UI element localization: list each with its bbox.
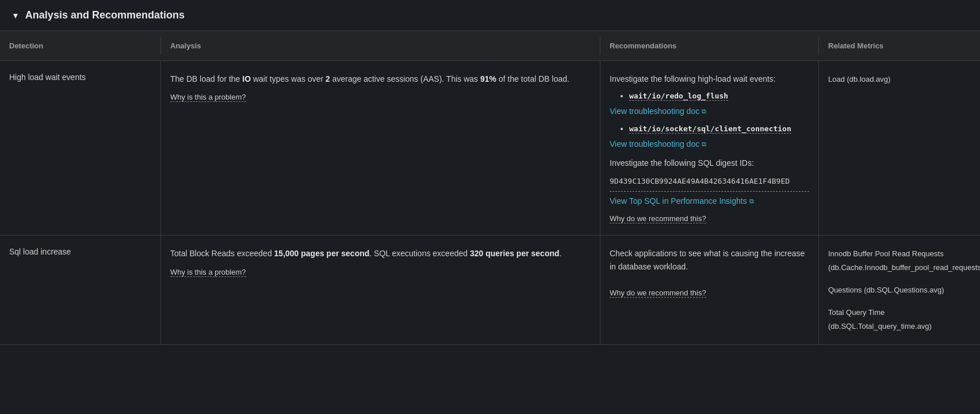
recommendations-cell-2: Check applications to see what is causin… <box>600 236 819 344</box>
external-icon-1: ⧉ <box>702 108 706 115</box>
table-row-2: Sql load increase Total Block Reads exce… <box>0 236 980 345</box>
analysis-table: Detection Analysis Recommendations Relat… <box>0 31 980 345</box>
related-metrics-cell-1: Load (db.load.avg) <box>819 61 980 235</box>
related-metrics-text-2a: Innodb Buffer Pool Read Requests (db.Cac… <box>828 247 971 274</box>
investigate-sql-text: Investigate the following SQL digest IDs… <box>610 157 809 169</box>
wait-event-item-1: wait/io/redo_log_flush <box>629 91 809 104</box>
external-icon-3: ⧉ <box>749 197 754 205</box>
related-metrics-text-1: Load (db.load.avg) <box>828 73 971 86</box>
analysis-cell-2: Total Block Reads exceeded 15,000 pages … <box>161 236 600 344</box>
sql-digest: 9D439C130CB9924AE49A4B426346416AE1F4B9ED <box>610 176 809 192</box>
related-metrics-cell-2: Innodb Buffer Pool Read Requests (db.Cac… <box>819 236 980 344</box>
detection-cell-1: High load wait events <box>0 61 161 235</box>
col-header-recommendations: Recommendations <box>600 37 819 55</box>
chevron-icon[interactable]: ▼ <box>12 11 20 20</box>
why-problem-link-2[interactable]: Why is this a problem? <box>170 268 246 277</box>
panel-title: Analysis and Recommendations <box>25 9 185 21</box>
analysis-text-2: Total Block Reads exceeded 15,000 pages … <box>170 247 591 260</box>
analysis-text-1: The DB load for the IO wait types was ov… <box>170 73 591 85</box>
wait-event-item-2: wait/io/socket/sql/client_connection <box>629 124 809 137</box>
rec-intro-2: Check applications to see what is causin… <box>610 247 809 273</box>
col-header-analysis: Analysis <box>161 37 600 55</box>
table-header: Detection Analysis Recommendations Relat… <box>0 31 980 61</box>
analysis-cell-1: The DB load for the IO wait types was ov… <box>161 61 600 235</box>
related-metrics-text-2c: Total Query Time (db.SQL.Total_query_tim… <box>828 306 971 333</box>
rec-intro-1: Investigate the following high-load wait… <box>610 73 809 85</box>
why-rec-link-2[interactable]: Why do we recommend this? <box>610 288 706 298</box>
related-metrics-text-2b: Questions (db.SQL.Questions.avg) <box>828 283 971 297</box>
troubleshoot-link-1[interactable]: View troubleshooting doc ⧉ <box>610 107 706 116</box>
detection-label-2: Sql load increase <box>9 247 71 256</box>
panel-header: ▼ Analysis and Recommendations <box>0 0 980 31</box>
wait-events-list-2: wait/io/socket/sql/client_connection <box>610 124 809 137</box>
wait-events-list: wait/io/redo_log_flush <box>610 91 809 104</box>
wait-event-label-1: wait/io/redo_log_flush <box>629 92 728 101</box>
detection-cell-2: Sql load increase <box>0 236 161 344</box>
wait-event-label-2: wait/io/socket/sql/client_connection <box>629 124 791 134</box>
col-header-detection: Detection <box>0 37 161 55</box>
table-row: High load wait events The DB load for th… <box>0 61 980 236</box>
col-header-related-metrics: Related Metrics <box>819 37 980 55</box>
external-icon-2: ⧉ <box>702 140 706 148</box>
why-rec-link-1[interactable]: Why do we recommend this? <box>610 214 706 223</box>
why-problem-link-1[interactable]: Why is this a problem? <box>170 93 246 102</box>
top-sql-link[interactable]: View Top SQL in Performance Insights ⧉ <box>610 196 754 206</box>
detection-label-1: High load wait events <box>9 73 86 82</box>
troubleshoot-link-2[interactable]: View troubleshooting doc ⧉ <box>610 139 706 149</box>
recommendations-cell-1: Investigate the following high-load wait… <box>600 61 819 235</box>
